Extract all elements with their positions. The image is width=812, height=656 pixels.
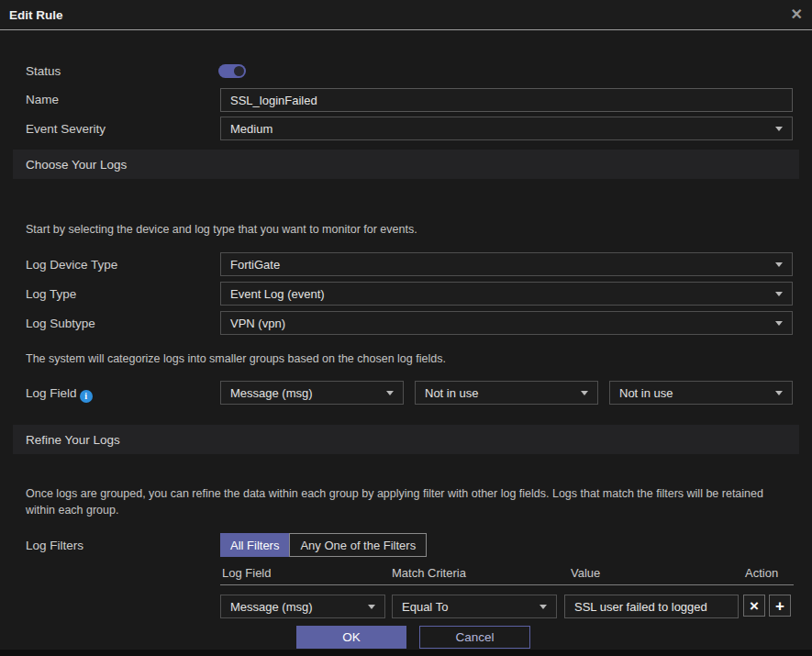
tab-any-one-of-the-filters[interactable]: Any One of the Filters	[289, 533, 427, 557]
chevron-down-icon	[775, 127, 783, 131]
ok-button[interactable]: OK	[296, 626, 406, 649]
log-field-select-2[interactable]: Not in use	[415, 381, 598, 405]
tab-all-filters[interactable]: All Filters	[220, 533, 289, 557]
log-type-label: Log Type	[26, 287, 76, 301]
section-title: Refine Your Logs	[26, 433, 120, 447]
footer-strip	[0, 650, 812, 656]
plus-icon: +	[775, 598, 784, 614]
filter-value-input[interactable]	[564, 595, 739, 618]
status-toggle[interactable]	[218, 64, 246, 78]
filter-match-criteria-value: Equal To	[402, 600, 448, 614]
log-device-type-label: Log Device Type	[26, 258, 117, 272]
col-header-value: Value	[571, 566, 600, 580]
log-type-select[interactable]: Event Log (event)	[220, 282, 793, 306]
chevron-down-icon	[775, 292, 783, 296]
chevron-down-icon	[386, 391, 394, 395]
cancel-button[interactable]: Cancel	[419, 626, 530, 649]
log-field-value-1: Message (msg)	[230, 386, 313, 400]
name-label: Name	[26, 93, 59, 106]
dialog-titlebar: Edit Rule ✕	[0, 0, 812, 30]
remove-filter-button[interactable]: ×	[743, 595, 765, 617]
log-filters-label: Log Filters	[26, 539, 83, 552]
log-field-select-3[interactable]: Not in use	[609, 381, 793, 405]
col-header-log-field: Log Field	[222, 566, 271, 580]
log-subtype-select[interactable]: VPN (vpn)	[220, 311, 793, 335]
choose-logs-intro: Start by selecting the device and log ty…	[26, 221, 417, 238]
chevron-down-icon	[368, 605, 375, 609]
log-field-value-3: Not in use	[619, 386, 673, 400]
chevron-down-icon	[775, 262, 783, 267]
chevron-down-icon	[775, 391, 783, 395]
log-type-value: Event Log (event)	[230, 287, 325, 301]
filter-match-criteria-select[interactable]: Equal To	[392, 595, 557, 618]
log-subtype-value: VPN (vpn)	[230, 317, 285, 330]
chevron-down-icon	[775, 321, 783, 326]
log-device-type-select[interactable]: FortiGate	[220, 252, 793, 276]
log-field-label-text: Log Field	[26, 386, 77, 400]
col-header-action: Action	[745, 566, 778, 580]
status-label: Status	[26, 64, 61, 78]
toggle-knob	[234, 66, 244, 76]
log-device-type-value: FortiGate	[230, 258, 280, 272]
log-filters-tabs: All Filters Any One of the Filters	[220, 533, 427, 557]
dialog-title: Edit Rule	[9, 8, 63, 22]
filter-log-field-select[interactable]: Message (msg)	[220, 595, 385, 618]
name-input[interactable]	[220, 88, 793, 112]
table-header-divider	[220, 584, 794, 585]
log-field-select-1[interactable]: Message (msg)	[220, 381, 404, 405]
log-field-label: Log Fieldi	[26, 386, 93, 403]
categorize-note: The system will categorize logs into sma…	[26, 350, 446, 367]
filter-log-field-value: Message (msg)	[230, 600, 313, 614]
chevron-down-icon	[539, 605, 547, 609]
event-severity-value: Medium	[230, 122, 273, 136]
log-field-value-2: Not in use	[425, 386, 479, 400]
col-header-match-criteria: Match Criteria	[392, 566, 466, 580]
event-severity-select[interactable]: Medium	[220, 117, 793, 140]
add-filter-button[interactable]: +	[769, 595, 791, 617]
event-severity-label: Event Severity	[26, 122, 106, 136]
chevron-down-icon	[581, 391, 588, 395]
section-title: Choose Your Logs	[26, 158, 127, 172]
section-choose-your-logs: Choose Your Logs	[13, 150, 799, 179]
refine-logs-intro: Once logs are grouped, you can refine th…	[26, 485, 771, 518]
log-subtype-label: Log Subtype	[26, 317, 95, 330]
close-icon[interactable]: ✕	[791, 7, 803, 22]
section-refine-your-logs: Refine Your Logs	[13, 425, 799, 454]
x-icon: ×	[750, 598, 759, 614]
info-icon[interactable]: i	[80, 390, 93, 403]
